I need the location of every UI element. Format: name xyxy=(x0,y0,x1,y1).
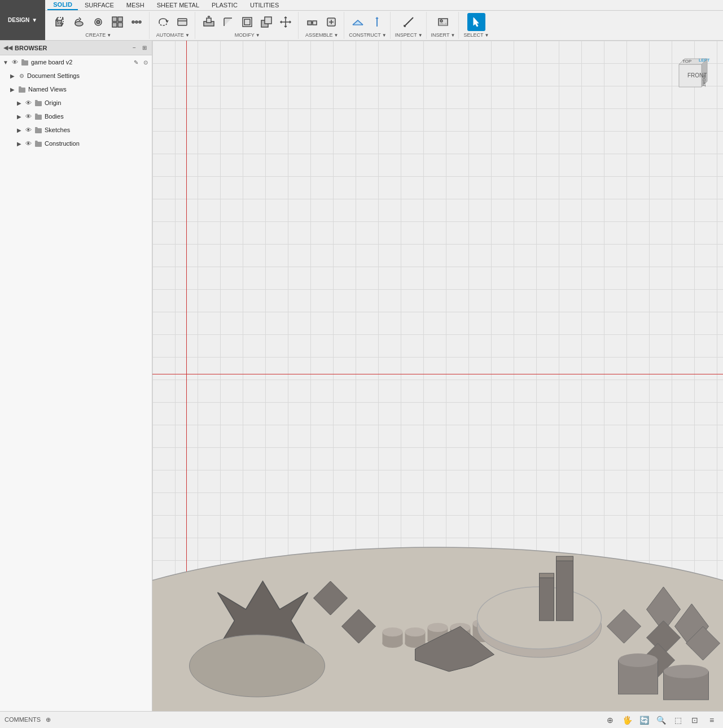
create-revolve-icon[interactable] xyxy=(70,13,88,31)
main-area: ◀◀ BROWSER − ⊞ ▼ 👁 game board v2 ✎ ⊙ ▶ ⚙… xyxy=(0,41,723,711)
automate-icon2[interactable] xyxy=(173,13,191,31)
tab-sheet-metal[interactable]: SHEET METAL xyxy=(151,1,205,10)
named-views-expand-arrow[interactable]: ▶ xyxy=(9,86,16,93)
group-assemble: ASSEMBLE ▼ xyxy=(300,12,344,39)
modify-shell-icon[interactable] xyxy=(238,13,256,31)
insert-image-icon[interactable] xyxy=(434,13,452,31)
construct-plane-icon[interactable] xyxy=(349,13,367,31)
tab-surface[interactable]: SURFACE xyxy=(79,1,120,10)
browser-item-named-views[interactable]: ▶ Named Views xyxy=(0,82,152,96)
modify-combine-icon[interactable] xyxy=(257,13,275,31)
view-cube[interactable]: FRONT TOP RIGHT LEFT xyxy=(668,47,713,93)
assemble-icon2[interactable] xyxy=(322,13,340,31)
sketches-expand-arrow[interactable]: ▶ xyxy=(16,127,23,133)
origin-expand-arrow[interactable]: ▶ xyxy=(16,99,23,106)
insert-group-label[interactable]: INSERT ▼ xyxy=(431,32,455,38)
status-bar-icons: ⊕ 🖐 🔄 🔍 ⬚ ⊡ ≡ xyxy=(603,713,718,727)
grid-toggle-icon[interactable]: ⬚ xyxy=(671,713,685,727)
group-automate: AUTOMATE ▼ xyxy=(151,12,195,39)
create-more-icon[interactable] xyxy=(128,13,146,31)
comments-label: COMMENTS xyxy=(5,716,41,723)
doc-options-icon[interactable]: ⊙ xyxy=(142,58,150,66)
create-hole-icon[interactable] xyxy=(89,13,107,31)
assemble-icons xyxy=(303,13,340,31)
svg-rect-24 xyxy=(308,21,312,25)
assemble-group-label[interactable]: ASSEMBLE ▼ xyxy=(305,32,338,38)
doc-settings-expand-arrow[interactable]: ▶ xyxy=(9,72,16,79)
doc-edit-icon[interactable]: ✎ xyxy=(132,58,140,66)
construct-group-label[interactable]: CONSTRUCT ▼ xyxy=(349,32,386,38)
main-toolbar: DESIGN ▼ SOLID SURFACE MESH SHEET METAL … xyxy=(0,0,723,41)
doc-name-label: game board v2 xyxy=(31,59,130,66)
automate-icon1[interactable] xyxy=(154,13,172,31)
inspect-group-label[interactable]: INSPECT ▼ xyxy=(395,32,423,38)
browser-minimize-icon[interactable]: − xyxy=(130,44,138,52)
tab-row: SOLID SURFACE MESH SHEET METAL PLASTIC U… xyxy=(45,0,723,11)
browser-item-origin[interactable]: ▶ 👁 Origin xyxy=(0,96,152,110)
design-button[interactable]: DESIGN ▼ xyxy=(0,0,45,40)
zoom-icon[interactable]: 🔍 xyxy=(654,713,668,727)
modify-icons xyxy=(200,13,295,31)
select-cursor-icon[interactable] xyxy=(467,13,485,31)
comments-icon[interactable]: ⊕ xyxy=(46,716,51,723)
tab-utilities[interactable]: UTILITIES xyxy=(244,1,284,10)
display-settings-icon[interactable]: ≡ xyxy=(705,713,718,727)
root-visible-icon[interactable]: 👁 xyxy=(11,58,19,66)
tab-plastic[interactable]: PLASTIC xyxy=(206,1,243,10)
construction-expand-arrow[interactable]: ▶ xyxy=(16,140,23,147)
create-extrude-icon[interactable] xyxy=(51,13,69,31)
browser-root-item[interactable]: ▼ 👁 game board v2 ✎ ⊙ xyxy=(0,55,152,69)
origin-visible-icon[interactable]: 👁 xyxy=(24,99,32,107)
browser-item-sketches[interactable]: ▶ 👁 Sketches xyxy=(0,123,152,137)
inspect-arrow-icon: ▼ xyxy=(418,33,423,38)
svg-rect-40 xyxy=(35,115,42,120)
bodies-expand-arrow[interactable]: ▶ xyxy=(16,113,23,120)
sketches-visible-icon[interactable]: 👁 xyxy=(24,126,32,134)
svg-point-85 xyxy=(619,653,658,667)
doc-settings-gear-icon: ⚙ xyxy=(17,72,25,80)
browser-header: ◀◀ BROWSER − ⊞ xyxy=(0,41,152,55)
3d-model-viewport xyxy=(152,383,723,711)
construct-arrow-icon: ▼ xyxy=(382,33,387,38)
origin-label: Origin xyxy=(45,99,150,106)
display-mode-icon[interactable]: ⊡ xyxy=(688,713,702,727)
svg-point-36 xyxy=(440,20,442,22)
viewport[interactable]: FRONT TOP RIGHT LEFT xyxy=(152,41,723,711)
construction-visible-icon[interactable]: 👁 xyxy=(24,140,32,147)
tab-solid[interactable]: SOLID xyxy=(47,0,78,10)
modify-group-label[interactable]: MODIFY ▼ xyxy=(235,32,260,38)
design-arrow: ▼ xyxy=(32,17,37,23)
automate-icons xyxy=(154,13,191,31)
automate-group-label[interactable]: AUTOMATE ▼ xyxy=(156,32,190,38)
inspect-measure-icon[interactable] xyxy=(400,13,418,31)
modify-fillet-icon[interactable] xyxy=(219,13,237,31)
construct-axis-icon[interactable] xyxy=(368,13,386,31)
browser-item-bodies[interactable]: ▶ 👁 Bodies xyxy=(0,110,152,123)
group-construct: CONSTRUCT ▼ xyxy=(345,12,390,39)
browser-item-doc-settings[interactable]: ▶ ⚙ Document Settings xyxy=(0,69,152,82)
tab-mesh[interactable]: MESH xyxy=(121,1,150,10)
insert-arrow-icon: ▼ xyxy=(450,33,455,38)
create-pattern-icon[interactable] xyxy=(108,13,126,31)
root-expand-arrow[interactable]: ▼ xyxy=(2,59,9,66)
create-icons xyxy=(51,13,146,31)
svg-point-76 xyxy=(190,635,325,697)
assemble-icon1[interactable] xyxy=(303,13,321,31)
svg-rect-18 xyxy=(207,18,211,23)
comments-section: COMMENTS ⊕ xyxy=(5,716,599,723)
construction-folder-icon xyxy=(34,139,43,148)
create-group-label[interactable]: CREATE ▼ xyxy=(85,32,111,38)
browser-collapse-button[interactable]: ◀◀ xyxy=(3,43,12,53)
svg-point-63 xyxy=(428,623,448,632)
orbit-icon[interactable]: 🔄 xyxy=(637,713,651,727)
select-group-label[interactable]: SELECT ▼ xyxy=(463,32,489,38)
browser-item-construction[interactable]: ▶ 👁 Construction xyxy=(0,137,152,150)
pan-icon[interactable]: 🖐 xyxy=(620,713,634,727)
navigate-icon[interactable]: ⊕ xyxy=(603,713,617,727)
browser-expand-icon[interactable]: ⊞ xyxy=(141,44,148,52)
svg-rect-15 xyxy=(178,19,187,25)
modify-move-icon[interactable] xyxy=(277,13,295,31)
modify-press-pull-icon[interactable] xyxy=(200,13,218,31)
bodies-visible-icon[interactable]: 👁 xyxy=(24,112,32,120)
svg-point-14 xyxy=(139,21,141,23)
